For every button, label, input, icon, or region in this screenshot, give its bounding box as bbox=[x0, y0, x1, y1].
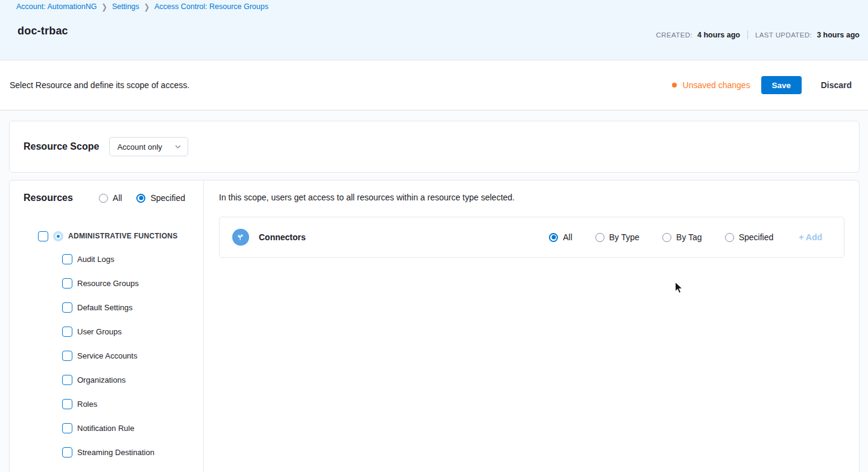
connectors-label: Connectors bbox=[259, 232, 306, 242]
tree-item-label: Default Settings bbox=[77, 303, 133, 312]
breadcrumb-separator-icon: ❯ bbox=[144, 2, 150, 11]
breadcrumb-resource-groups-link[interactable]: Access Control: Resource Groups bbox=[154, 2, 268, 11]
add-resources-link[interactable]: + Add bbox=[799, 232, 822, 242]
tree-item-organizations[interactable]: Organizations bbox=[10, 368, 203, 392]
breadcrumb: Account: AutomationNG ❯ Settings ❯ Acces… bbox=[16, 2, 268, 11]
tree-group-administrative-functions[interactable]: ADMINISTRATIVE FUNCTIONS bbox=[10, 225, 203, 247]
item-checkbox[interactable] bbox=[62, 278, 72, 289]
resources-filter-specified-label: Specified bbox=[150, 193, 185, 203]
radio-unselected-icon[interactable] bbox=[662, 233, 671, 242]
item-checkbox[interactable] bbox=[62, 351, 72, 361]
created-value: 4 hours ago bbox=[697, 31, 740, 39]
tree-item-label: Organizations bbox=[77, 375, 125, 384]
radio-unselected-icon[interactable] bbox=[595, 233, 604, 242]
tree-item-label: Service Accounts bbox=[77, 351, 138, 360]
chevron-down-icon bbox=[174, 143, 182, 150]
resource-scope-card: Resource Scope Account only bbox=[9, 121, 860, 173]
resources-heading: Resources bbox=[24, 193, 73, 203]
toolbar-actions: Unsaved changes Save Discard bbox=[672, 76, 852, 94]
tree-item-resource-groups[interactable]: Resource Groups bbox=[10, 271, 203, 295]
resources-filter-radio-group: All Specified bbox=[99, 193, 185, 203]
resources-filter-all-label: All bbox=[113, 193, 122, 203]
connectors-resource-row: Connectors All By Type By Tag bbox=[219, 217, 844, 258]
tree-item-label: Audit Logs bbox=[77, 255, 114, 264]
tree-item-streaming-destination[interactable]: Streaming Destination bbox=[10, 440, 203, 464]
resource-scope-dropdown-value: Account only bbox=[117, 142, 174, 151]
resource-scope-heading: Resource Scope bbox=[24, 141, 99, 152]
connectors-icon bbox=[232, 229, 249, 246]
save-button[interactable]: Save bbox=[761, 76, 802, 94]
resource-group-detail-page: Account: AutomationNG ❯ Settings ❯ Acces… bbox=[0, 0, 868, 472]
resources-tree: ADMINISTRATIVE FUNCTIONS Audit Logs Reso… bbox=[10, 225, 203, 464]
tree-item-roles[interactable]: Roles bbox=[10, 392, 203, 416]
unsaved-changes-label: Unsaved changes bbox=[683, 80, 750, 90]
last-updated-label: LAST UPDATED: bbox=[755, 31, 812, 39]
item-checkbox[interactable] bbox=[62, 254, 72, 264]
resources-filter-all-radio[interactable]: All bbox=[99, 193, 122, 203]
connectors-by-tag-label: By Tag bbox=[676, 232, 702, 242]
radio-selected-icon[interactable] bbox=[136, 194, 145, 203]
tree-item-label: Resource Groups bbox=[77, 279, 139, 288]
radio-unselected-icon[interactable] bbox=[725, 233, 734, 242]
breadcrumb-separator-icon: ❯ bbox=[101, 2, 107, 11]
tree-item-user-groups[interactable]: User Groups bbox=[10, 319, 203, 343]
radio-unselected-icon[interactable] bbox=[99, 194, 108, 203]
page-header: Account: AutomationNG ❯ Settings ❯ Acces… bbox=[0, 0, 868, 60]
radio-selected-icon[interactable] bbox=[549, 233, 558, 242]
tree-item-audit-logs[interactable]: Audit Logs bbox=[10, 247, 203, 271]
connectors-by-type-label: By Type bbox=[609, 232, 639, 242]
timestamps-meta: CREATED: 4 hours ago LAST UPDATED: 3 hou… bbox=[656, 30, 860, 39]
resources-header: Resources All Specified bbox=[24, 193, 185, 203]
item-checkbox[interactable] bbox=[62, 399, 72, 409]
resource-scope-dropdown[interactable]: Account only bbox=[109, 137, 188, 156]
connectors-specified-label: Specified bbox=[739, 232, 774, 242]
group-checkbox[interactable] bbox=[38, 231, 48, 241]
connectors-access-radio-group: All By Type By Tag Specified bbox=[549, 232, 773, 242]
tree-item-service-accounts[interactable]: Service Accounts bbox=[10, 343, 203, 368]
action-toolbar: Select Resource and define its scope of … bbox=[0, 60, 868, 110]
connectors-all-label: All bbox=[563, 232, 572, 242]
tree-group-label: ADMINISTRATIVE FUNCTIONS bbox=[68, 232, 178, 240]
item-checkbox[interactable] bbox=[62, 302, 72, 313]
created-label: CREATED: bbox=[656, 31, 693, 39]
connectors-all-radio[interactable]: All bbox=[549, 232, 572, 242]
page-title: doc-trbac bbox=[17, 25, 68, 37]
connectors-by-type-radio[interactable]: By Type bbox=[595, 232, 639, 242]
scope-description: In this scope, users get access to all r… bbox=[219, 193, 844, 202]
last-updated-value: 3 hours ago bbox=[817, 31, 860, 39]
item-checkbox[interactable] bbox=[62, 447, 72, 458]
tree-item-label: Roles bbox=[77, 400, 97, 409]
item-checkbox[interactable] bbox=[62, 327, 72, 337]
connectors-specified-radio[interactable]: Specified bbox=[725, 232, 774, 242]
scope-detail-panel: In this scope, users get access to all r… bbox=[204, 180, 859, 472]
meta-divider bbox=[747, 30, 748, 39]
tree-item-label: Streaming Destination bbox=[77, 448, 154, 457]
tree-item-label: Notification Rule bbox=[77, 424, 135, 433]
breadcrumb-settings-link[interactable]: Settings bbox=[112, 2, 139, 11]
resources-filter-specified-radio[interactable]: Specified bbox=[136, 193, 185, 203]
connectors-by-tag-radio[interactable]: By Tag bbox=[662, 232, 702, 242]
item-checkbox[interactable] bbox=[62, 375, 72, 385]
tree-item-default-settings[interactable]: Default Settings bbox=[10, 295, 203, 319]
discard-button[interactable]: Discard bbox=[821, 80, 852, 90]
item-checkbox[interactable] bbox=[62, 423, 72, 433]
resources-card: Resources All Specified ADMINIST bbox=[9, 180, 860, 472]
resources-panel: Resources All Specified ADMINIST bbox=[10, 180, 204, 472]
unsaved-changes-dot-icon bbox=[672, 83, 677, 88]
breadcrumb-account-link[interactable]: Account: AutomationNG bbox=[16, 2, 97, 11]
tree-item-label: User Groups bbox=[77, 327, 122, 336]
toolbar-description: Select Resource and define its scope of … bbox=[10, 80, 189, 90]
tree-item-notification-rule[interactable]: Notification Rule bbox=[10, 416, 203, 440]
group-selected-dot-icon bbox=[53, 231, 63, 241]
